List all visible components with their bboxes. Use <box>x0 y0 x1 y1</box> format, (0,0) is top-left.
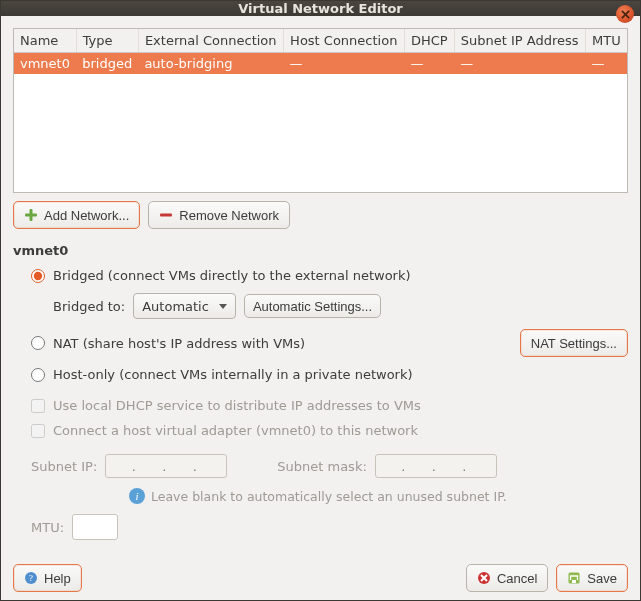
titlebar: Virtual Network Editor <box>1 1 640 16</box>
close-button[interactable] <box>616 5 634 23</box>
svg-rect-4 <box>160 214 172 217</box>
radio-nat[interactable] <box>31 336 45 350</box>
save-button[interactable]: Save <box>556 564 628 592</box>
col-dhcp[interactable]: DHCP <box>404 29 454 53</box>
automatic-settings-button[interactable]: Automatic Settings... <box>244 294 381 318</box>
window-title: Virtual Network Editor <box>1 1 640 16</box>
minus-icon <box>159 208 173 222</box>
help-label: Help <box>44 571 71 586</box>
section-title: vmnet0 <box>13 237 628 258</box>
checkbox-dhcp <box>31 399 45 413</box>
checkbox-host-adapter-label: Connect a host virtual adapter (vmnet0) … <box>53 423 418 438</box>
add-network-button[interactable]: Add Network... <box>13 201 140 229</box>
mtu-label: MTU: <box>31 520 64 535</box>
subnet-mask-input <box>375 454 497 478</box>
radio-hostonly[interactable] <box>31 368 45 382</box>
cell-mtu: — <box>586 53 627 75</box>
info-icon: i <box>129 488 145 504</box>
col-mtu[interactable]: MTU <box>586 29 627 53</box>
col-hostconn[interactable]: Host Connection <box>284 29 405 53</box>
help-icon: ? <box>24 571 38 585</box>
subnet-ip-label: Subnet IP: <box>31 459 97 474</box>
cell-hostconn: — <box>284 53 405 75</box>
subnet-hint: Leave blank to automatically select an u… <box>151 489 507 504</box>
col-subnet[interactable]: Subnet IP Address <box>454 29 585 53</box>
cell-subnet: — <box>454 53 585 75</box>
automatic-settings-label: Automatic Settings... <box>253 299 372 314</box>
save-label: Save <box>587 571 617 586</box>
remove-network-button[interactable]: Remove Network <box>148 201 290 229</box>
col-external[interactable]: External Connection <box>138 29 283 53</box>
plus-icon <box>24 208 38 222</box>
cell-name: vmnet0 <box>14 53 76 75</box>
save-icon <box>567 571 581 585</box>
close-icon <box>621 10 630 19</box>
checkbox-host-adapter <box>31 424 45 438</box>
nat-settings-button[interactable]: NAT Settings... <box>520 329 628 357</box>
radio-hostonly-label: Host-only (connect VMs internally in a p… <box>53 367 413 382</box>
nat-settings-label: NAT Settings... <box>531 336 617 351</box>
cancel-icon <box>477 571 491 585</box>
table-row[interactable]: vmnet0 bridged auto-bridging — — — — <box>14 53 627 75</box>
cancel-button[interactable]: Cancel <box>466 564 548 592</box>
bridged-to-label: Bridged to: <box>53 299 125 314</box>
cell-type: bridged <box>76 53 138 75</box>
cancel-label: Cancel <box>497 571 537 586</box>
svg-rect-3 <box>25 214 37 217</box>
subnet-ip-input <box>105 454 227 478</box>
network-table[interactable]: Name Type External Connection Host Conne… <box>13 28 628 193</box>
radio-bridged-label: Bridged (connect VMs directly to the ext… <box>53 268 411 283</box>
svg-text:?: ? <box>29 573 33 583</box>
help-button[interactable]: ? Help <box>13 564 82 592</box>
add-network-label: Add Network... <box>44 208 129 223</box>
checkbox-dhcp-label: Use local DHCP service to distribute IP … <box>53 398 421 413</box>
bridged-to-select[interactable]: Automatic <box>133 293 236 319</box>
mtu-input <box>72 514 118 540</box>
subnet-mask-label: Subnet mask: <box>277 459 367 474</box>
radio-nat-label: NAT (share host's IP address with VMs) <box>53 336 305 351</box>
radio-bridged[interactable] <box>31 269 45 283</box>
chevron-down-icon <box>219 304 227 309</box>
cell-external: auto-bridging <box>138 53 283 75</box>
remove-network-label: Remove Network <box>179 208 279 223</box>
col-type[interactable]: Type <box>76 29 138 53</box>
col-name[interactable]: Name <box>14 29 76 53</box>
bridged-to-value: Automatic <box>142 299 209 314</box>
svg-rect-11 <box>572 580 576 583</box>
cell-dhcp: — <box>404 53 454 75</box>
